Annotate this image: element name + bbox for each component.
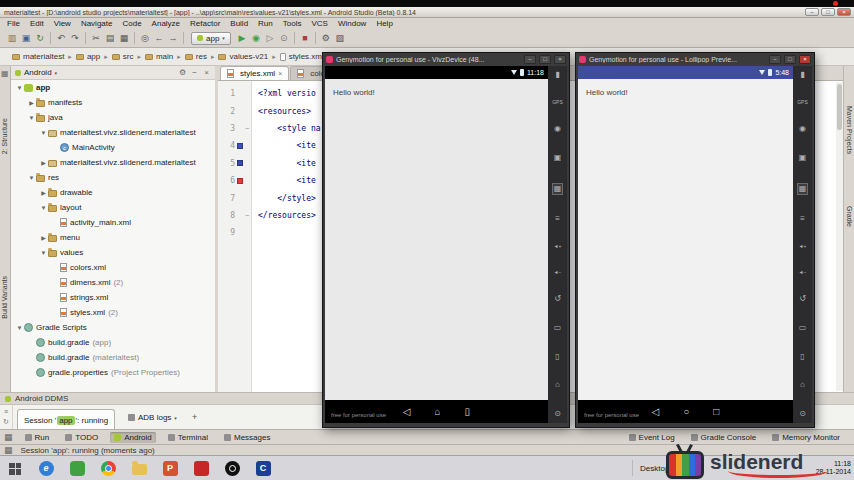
toolwindow-switcher-icon[interactable]: ▦ — [4, 432, 13, 442]
tree-row-mainactivity[interactable]: cMainActivity — [11, 140, 215, 155]
power-icon[interactable]: ⊙ — [799, 410, 806, 418]
find-icon[interactable]: ◎ — [138, 31, 152, 45]
open-icon[interactable]: ▥ — [5, 31, 19, 45]
adb-logs-control[interactable]: ADB logs ▾ — [128, 413, 177, 422]
volume-down-icon[interactable]: ◄− — [799, 270, 807, 275]
menu-item-build[interactable]: Build — [225, 19, 253, 28]
camera-icon[interactable]: ◉ — [799, 125, 806, 133]
tree-expander[interactable]: ▼ — [39, 250, 48, 256]
back-arrow-icon[interactable]: ← — [152, 31, 166, 45]
battery-icon[interactable]: ▮ — [800, 71, 804, 79]
menu-item-help[interactable]: Help — [371, 19, 397, 28]
minimize-button[interactable]: − — [805, 8, 819, 16]
recent-apps-icon[interactable]: ▯ — [555, 353, 559, 361]
minimize-button[interactable]: − — [769, 55, 781, 64]
redo-icon[interactable]: ↷ — [68, 31, 82, 45]
toolwindow-button-terminal[interactable]: Terminal — [164, 432, 212, 443]
tree-row-drawable[interactable]: ▶drawable — [11, 185, 215, 200]
run-icon[interactable]: ▶ — [235, 31, 249, 45]
tree-row-styles-xml[interactable]: styles.xml(2) — [11, 305, 215, 320]
tree-row-res[interactable]: ▼res — [11, 170, 215, 185]
gear-icon[interactable]: ⚙ — [178, 68, 187, 77]
editor-scrollbar[interactable] — [836, 82, 843, 391]
copy-icon[interactable]: ▤ — [103, 31, 117, 45]
settings-icon[interactable]: ⚙ — [319, 31, 333, 45]
project-view-selector[interactable]: Android — [24, 68, 52, 77]
tree-row-values[interactable]: ▼values — [11, 245, 215, 260]
home-icon[interactable]: ○ — [683, 407, 689, 417]
menu-item-navigate[interactable]: Navigate — [76, 19, 118, 28]
close-button[interactable]: × — [799, 55, 811, 64]
back-icon[interactable]: ◁ — [403, 407, 411, 417]
fold-marker[interactable]: − — [243, 212, 251, 219]
recents-icon[interactable]: ▯ — [465, 407, 471, 417]
collapse-all-icon[interactable]: − — [190, 68, 199, 77]
recent-apps-icon[interactable]: ▯ — [800, 353, 804, 361]
identifiers-icon[interactable]: ≡ — [555, 215, 560, 223]
build-variants-tool-button[interactable]: Build Variants — [1, 276, 8, 319]
hide-panel-icon[interactable]: × — [202, 68, 211, 77]
navbar-toggle-icon[interactable]: ▭ — [799, 324, 807, 332]
add-session-button[interactable]: + — [192, 412, 197, 422]
breadcrumb-item-values-v21[interactable]: values-v21 — [218, 52, 268, 61]
screencast-icon[interactable]: ▣ — [799, 154, 807, 162]
gps-icon[interactable]: GPS — [797, 100, 808, 105]
taskbar-button-cmd-icon[interactable]: C — [253, 457, 273, 479]
menu-item-tools[interactable]: Tools — [278, 19, 307, 28]
genymotion-sidebar[interactable]: ▮GPS◉▣▦≡◄+◄−↺▭▯⌂⊙ — [548, 66, 567, 423]
tree-expander[interactable]: ▼ — [27, 175, 36, 181]
save-all-icon[interactable]: ▣ — [19, 31, 33, 45]
undo-icon[interactable]: ↶ — [54, 31, 68, 45]
menu-item-view[interactable]: View — [49, 19, 76, 28]
paste-icon[interactable]: ▦ — [117, 31, 131, 45]
volume-down-icon[interactable]: ◄− — [554, 270, 562, 275]
tree-expander[interactable]: ▼ — [27, 115, 36, 121]
project-structure-icon[interactable]: ▧ — [333, 31, 347, 45]
window-titlebar[interactable]: materialtest - [D:\android studio projec… — [0, 7, 854, 18]
tree-row-colors-xml[interactable]: colors.xml — [11, 260, 215, 275]
menu-item-refactor[interactable]: Refactor — [185, 19, 225, 28]
power-icon[interactable]: ⊙ — [554, 410, 561, 418]
breadcrumb-item-styles-xml[interactable]: styles.xml — [280, 52, 324, 61]
cut-icon[interactable]: ✂ — [89, 31, 103, 45]
close-tab-icon[interactable]: × — [278, 70, 282, 77]
identifiers-icon[interactable]: ≡ — [800, 215, 805, 223]
maximize-button[interactable]: □ — [539, 55, 551, 64]
genymotion-sidebar[interactable]: ▮GPS◉▣▦≡◄+◄−↺▭▯⌂⊙ — [793, 66, 812, 423]
session-tab[interactable]: Session ' app ': running — [17, 409, 115, 430]
remote-icon[interactable]: ▦ — [552, 183, 564, 195]
debug-icon[interactable]: ◉ — [249, 31, 263, 45]
remote-icon[interactable]: ▦ — [797, 183, 809, 195]
back-icon[interactable]: ◁ — [652, 407, 660, 417]
tree-expander[interactable]: ▼ — [15, 85, 24, 91]
battery-icon[interactable]: ▮ — [555, 71, 559, 79]
tree-expander[interactable]: ▼ — [15, 325, 24, 331]
close-button[interactable]: × — [837, 8, 851, 16]
toolwindow-button-todo[interactable]: TODO — [61, 432, 102, 443]
android-screen[interactable]: 11:18 Hello world! ◁⌂▯ free for personal… — [325, 66, 548, 423]
breadcrumb-item-app[interactable]: app — [76, 52, 100, 61]
tree-expander[interactable]: ▼ — [39, 130, 48, 136]
tree-row-java[interactable]: ▼java — [11, 110, 215, 125]
recents-icon[interactable]: □ — [713, 407, 719, 417]
home-icon[interactable]: ⌂ — [555, 381, 560, 389]
tree-row-build-gradle[interactable]: build.gradle(app) — [11, 335, 215, 350]
breadcrumb-item-main[interactable]: main — [145, 52, 173, 61]
volume-up-icon[interactable]: ◄+ — [554, 244, 562, 249]
color-swatch[interactable] — [237, 160, 243, 166]
rotate-icon[interactable]: ↺ — [554, 295, 561, 303]
attach-debugger-icon[interactable]: ⊙ — [277, 31, 291, 45]
tree-row-app[interactable]: ▼app — [11, 80, 215, 95]
forward-arrow-icon[interactable]: → — [166, 31, 180, 45]
tree-row-menu[interactable]: ▶menu — [11, 230, 215, 245]
toolwindow-toggle-icon[interactable]: ▦ — [4, 445, 13, 455]
tree-row-manifests[interactable]: ▶manifests — [11, 95, 215, 110]
breadcrumb-item-src[interactable]: src — [112, 52, 134, 61]
breadcrumb-item-materialtest[interactable]: materialtest — [12, 52, 64, 61]
android-screen[interactable]: 5:48 Hello world! ◁○□ free for personal … — [578, 66, 793, 423]
color-swatch[interactable] — [237, 143, 243, 149]
menu-item-code[interactable]: Code — [117, 19, 146, 28]
menu-item-analyze[interactable]: Analyze — [147, 19, 185, 28]
toolwindow-stripe-icon[interactable]: ▦ — [1, 69, 9, 78]
maximize-button[interactable]: □ — [784, 55, 796, 64]
